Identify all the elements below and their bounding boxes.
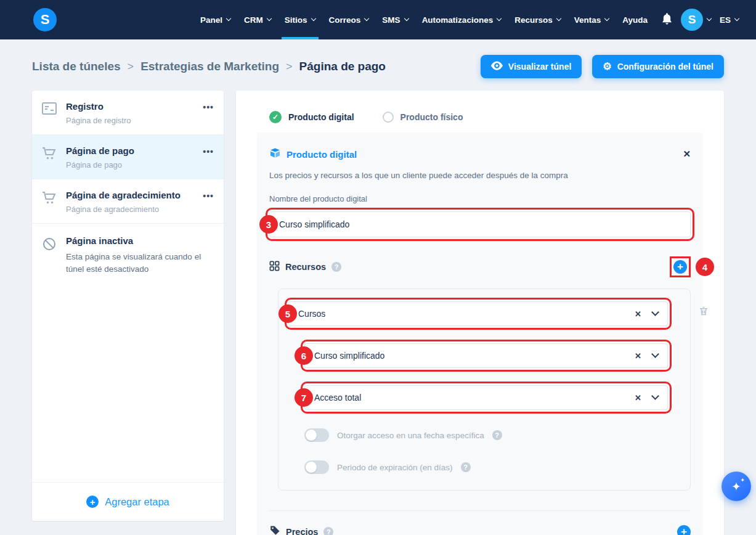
resources-header: Recursos ? + 4 bbox=[269, 256, 691, 277]
inactive-page-info: Página inactiva Esta página se visualiza… bbox=[32, 224, 224, 287]
access-date-toggle[interactable] bbox=[304, 428, 329, 442]
resource-group: 5 Cursos ✕ 6 Curso simplificado ✕ bbox=[278, 288, 691, 491]
check-glyph: ✓ bbox=[272, 113, 278, 121]
stage-menu-button[interactable]: ••• bbox=[200, 101, 216, 113]
user-menu[interactable]: S bbox=[681, 9, 711, 31]
breadcrumb-item-funnel-name[interactable]: Estrategias de Marketing bbox=[140, 60, 279, 73]
nav-item-recursos[interactable]: Recursos bbox=[508, 0, 567, 39]
nav-item-ayuda[interactable]: Ayuda bbox=[616, 0, 654, 39]
step-badge-5: 5 bbox=[278, 304, 297, 323]
breadcrumb-separator: > bbox=[128, 60, 134, 73]
clear-icon[interactable]: ✕ bbox=[635, 393, 641, 402]
radio-circle-icon bbox=[383, 112, 394, 123]
chevron-down-icon bbox=[404, 16, 408, 21]
course-select[interactable]: Curso simplificado ✕ bbox=[304, 343, 668, 368]
chevron-down-icon[interactable] bbox=[651, 350, 659, 358]
breadcrumb-item-funnel-list[interactable]: Lista de túneles bbox=[32, 60, 121, 73]
add-price-button[interactable]: + bbox=[677, 525, 691, 535]
nav-item-panel[interactable]: Panel bbox=[193, 0, 237, 39]
nav-menu: Panel CRM Sitios Correos SMS Automatizac… bbox=[193, 0, 654, 39]
clear-icon[interactable]: ✕ bbox=[635, 351, 641, 361]
product-type-tabs: ✓ Producto digital Producto físico bbox=[257, 102, 703, 133]
stage-title: Página de agradecimiento bbox=[66, 190, 181, 200]
visualize-funnel-button[interactable]: Visualizar túnel bbox=[481, 55, 582, 78]
navbar-right: S ES bbox=[662, 0, 739, 39]
bell-icon bbox=[662, 13, 672, 27]
stage-text: Página inactiva Esta página se visualiza… bbox=[66, 235, 214, 275]
check-circle-icon: ✓ bbox=[269, 111, 282, 123]
breadcrumb-separator: > bbox=[286, 60, 293, 73]
resource-type-select-wrap: 5 Cursos ✕ bbox=[288, 301, 668, 326]
close-icon: ✕ bbox=[683, 149, 691, 159]
step-badge-3: 3 bbox=[259, 215, 278, 234]
clear-glyph: ✕ bbox=[635, 393, 641, 402]
notifications-button[interactable] bbox=[662, 13, 672, 27]
funnel-settings-button[interactable]: ⚙ Configuración del túnel bbox=[592, 55, 724, 78]
tab-label: Producto digital bbox=[288, 112, 354, 122]
prices-header-right: + bbox=[677, 525, 691, 535]
assistant-button[interactable]: ✦ ✦ bbox=[721, 472, 751, 501]
inactive-page-description: Esta página se visualizará cuando el tún… bbox=[66, 251, 214, 275]
stage-subtitle: Página de registro bbox=[66, 116, 192, 125]
chevron-down-icon bbox=[734, 16, 739, 21]
close-panel-button[interactable]: ✕ bbox=[683, 149, 691, 160]
digital-product-panel: Producto digital ✕ Los precios y recurso… bbox=[257, 133, 703, 535]
nav-item-label: Sitios bbox=[285, 15, 307, 25]
help-icon[interactable]: ? bbox=[323, 527, 333, 535]
stage-menu-button[interactable]: ••• bbox=[200, 190, 216, 202]
nav-item-ventas[interactable]: Ventas bbox=[567, 0, 616, 39]
nav-item-label: Automatizaciones bbox=[422, 15, 494, 25]
tab-producto-fisico[interactable]: Producto físico bbox=[370, 102, 479, 133]
expiration-toggle-row: Periodo de expiración (en días) ? bbox=[304, 460, 668, 474]
help-icon[interactable]: ? bbox=[492, 430, 502, 440]
clear-icon[interactable]: ✕ bbox=[635, 309, 641, 319]
chevron-down-icon[interactable] bbox=[651, 308, 659, 316]
course-select-wrap: 6 Curso simplificado ✕ bbox=[304, 343, 668, 368]
stage-item-pagina-de-pago[interactable]: Página de pago Página de pago ••• bbox=[32, 135, 224, 179]
add-resource-button[interactable]: + bbox=[673, 260, 687, 274]
brand-logo[interactable]: S bbox=[33, 8, 57, 31]
product-name-label: Nombre del producto digital bbox=[269, 194, 691, 203]
chevron-down-icon bbox=[267, 16, 272, 21]
breadcrumb-current-page: Página de pago bbox=[299, 60, 386, 73]
funnel-settings-label: Configuración del túnel bbox=[617, 62, 713, 71]
clear-glyph: ✕ bbox=[635, 351, 641, 361]
add-resource-highlight: + 4 bbox=[670, 256, 691, 277]
nav-item-crm[interactable]: CRM bbox=[237, 0, 278, 39]
access-select[interactable]: Acceso total ✕ bbox=[304, 385, 668, 410]
ellipsis-icon: ••• bbox=[203, 191, 214, 201]
nav-item-label: Correos bbox=[329, 15, 361, 25]
stage-text: Registro Página de registro bbox=[66, 101, 192, 125]
stage-text: Página de pago Página de pago bbox=[66, 145, 192, 169]
product-name-field-wrap: 3 bbox=[269, 211, 691, 237]
stage-item-registro[interactable]: Registro Página de registro ••• bbox=[32, 91, 224, 135]
product-name-input[interactable] bbox=[269, 211, 691, 237]
tab-producto-digital[interactable]: ✓ Producto digital bbox=[257, 102, 370, 133]
prices-label: Precios bbox=[286, 527, 318, 535]
language-selector[interactable]: ES bbox=[720, 15, 739, 25]
select-value: Cursos bbox=[298, 309, 635, 319]
stage-item-agradecimiento[interactable]: Página de agradecimiento Página de agrad… bbox=[32, 179, 224, 224]
help-glyph: ? bbox=[327, 528, 331, 535]
brand-letter: S bbox=[41, 12, 50, 28]
help-icon[interactable]: ? bbox=[461, 462, 471, 472]
help-icon[interactable]: ? bbox=[331, 262, 341, 272]
help-glyph: ? bbox=[495, 431, 499, 439]
nav-item-sitios[interactable]: Sitios bbox=[278, 0, 322, 39]
nav-item-automatizaciones[interactable]: Automatizaciones bbox=[415, 0, 508, 39]
select-value: Curso simplificado bbox=[314, 351, 635, 361]
package-box-icon bbox=[269, 147, 281, 161]
expiration-toggle[interactable] bbox=[304, 460, 329, 474]
resource-type-select[interactable]: Cursos ✕ bbox=[288, 301, 668, 326]
cart-icon bbox=[42, 145, 58, 163]
stage-menu-button[interactable]: ••• bbox=[200, 145, 216, 158]
nav-item-label: SMS bbox=[382, 15, 400, 25]
chevron-down-icon bbox=[556, 16, 561, 21]
plus-icon: + bbox=[86, 496, 99, 508]
chevron-down-icon[interactable] bbox=[651, 392, 659, 400]
delete-resource-button[interactable] bbox=[698, 305, 709, 319]
stage-title: Página de pago bbox=[66, 145, 134, 156]
nav-item-correos[interactable]: Correos bbox=[322, 0, 376, 39]
add-stage-button[interactable]: + Agregar etapa bbox=[32, 482, 224, 521]
nav-item-sms[interactable]: SMS bbox=[375, 0, 415, 39]
